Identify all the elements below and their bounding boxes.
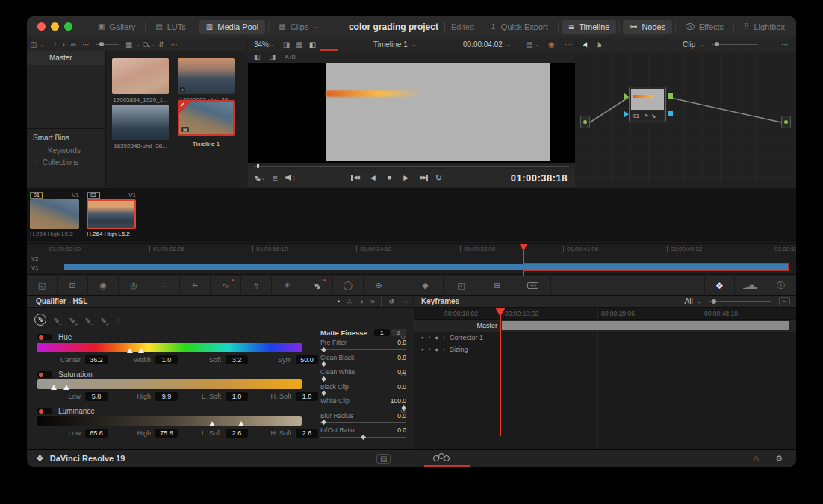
keyframe-lock-icon[interactable]: ▪ xyxy=(429,346,431,352)
luminance-low-value[interactable]: 65.6 xyxy=(85,429,108,438)
mini-timeline[interactable]: 01:00:00:00 01:00:08:06 01:00:16:12 01:0… xyxy=(27,243,796,275)
play-button[interactable]: ▶ xyxy=(399,174,413,181)
keyframes-row-corrector[interactable]: ● ▪ ◆ › Corrector 1 xyxy=(414,332,796,343)
media-clip-thumbnail[interactable] xyxy=(112,58,169,94)
keyframe-lock-icon[interactable]: ▪ xyxy=(429,334,431,340)
magic-mask-palette-button[interactable]: ✳ xyxy=(272,276,302,296)
keyframes-row-master[interactable]: Master xyxy=(414,320,796,332)
hue-high-handle[interactable] xyxy=(138,348,144,353)
proxy-chevron-icon[interactable]: ⌄ xyxy=(535,41,540,48)
search-icon[interactable] xyxy=(143,42,148,47)
matte-tab-2[interactable]: 2 xyxy=(391,329,406,336)
info-button[interactable]: ⓘ xyxy=(765,276,796,296)
softness-add-tool[interactable]: ✎+ xyxy=(100,312,109,326)
rgb-mixer-palette-button[interactable]: ∴ xyxy=(149,276,180,296)
rgb-input-connector[interactable] xyxy=(624,93,629,99)
keyframe-diamond-icon[interactable]: ◆ xyxy=(435,335,438,340)
luminance-high-value[interactable]: 75.8 xyxy=(155,429,178,438)
timeline-selector-chevron-icon[interactable]: ⌄ xyxy=(412,41,417,48)
matte-tab-1[interactable]: 1 xyxy=(374,329,389,336)
corrector-node-01[interactable]: 01 ∿ ✎ xyxy=(629,87,666,122)
clips-button[interactable]: ▦Clips⌄ xyxy=(272,20,325,34)
keyframe-enable-dot-icon[interactable]: ● xyxy=(421,347,424,352)
blur-palette-button[interactable]: ◆ xyxy=(408,276,444,296)
timeline-clip-card[interactable]: 01V1 H.264 High L5.2 xyxy=(30,191,79,239)
expand-chevron-icon[interactable]: › xyxy=(443,334,445,341)
qualifier-palette-button[interactable]: ✎ xyxy=(302,276,333,296)
panel-chevron-icon[interactable]: ⌄ xyxy=(40,41,45,48)
luts-button[interactable]: ▤LUTs xyxy=(149,20,193,34)
softness-subtract-tool[interactable]: ✎− xyxy=(84,312,93,326)
luminance-lsoft-value[interactable]: 2.6 xyxy=(226,429,248,438)
settings-gear-icon[interactable]: ⚙ xyxy=(775,454,783,464)
media-pool-button[interactable]: ▥Media Pool xyxy=(199,20,266,34)
grid-view-chevron-icon[interactable]: ⌄ xyxy=(135,41,140,48)
matte-finesse-picker-tool[interactable]: ◌ xyxy=(116,315,121,324)
keyframes-ruler[interactable]: 00:00:10:02 00:00:10:02 00:00:29:06 00:0… xyxy=(414,308,796,320)
color-wheels-palette-button[interactable]: ◉ xyxy=(88,276,119,296)
ab-compare-label[interactable]: A/B xyxy=(285,54,296,60)
stereo-3d-palette-button[interactable]: 3D xyxy=(515,276,551,296)
pre-filter-slider[interactable]: Pre-Filter0.0 xyxy=(320,337,406,352)
bin-keywords[interactable]: Keywords xyxy=(48,146,81,155)
home-icon[interactable]: ⌂ xyxy=(754,453,759,464)
effects-button[interactable]: fxEffects xyxy=(679,20,730,34)
node-zoom-slider[interactable] xyxy=(712,44,758,45)
media-more-icon[interactable]: ⋯ xyxy=(167,40,181,49)
first-frame-button[interactable]: ◀◀ xyxy=(351,175,363,181)
timecode-chevron-icon[interactable]: ⌄ xyxy=(506,41,512,48)
timeline-playhead-handle[interactable] xyxy=(520,244,527,251)
more-options-icon[interactable]: ⋯ xyxy=(79,40,93,49)
node-more-icon[interactable]: ⋯ xyxy=(778,40,792,49)
camera-raw-palette-button[interactable]: ◱ xyxy=(27,276,58,296)
dropper-chevron-icon[interactable]: ⌄ xyxy=(261,175,266,181)
forward-button[interactable]: › xyxy=(60,40,68,49)
timeline-selector[interactable]: Timeline 1 xyxy=(373,40,408,49)
keyframes-filter[interactable]: All xyxy=(685,297,693,305)
motion-effects-palette-button[interactable]: ≋ xyxy=(180,276,211,296)
wipe-layers-icon[interactable]: ≣ xyxy=(272,174,278,182)
close-window-button[interactable] xyxy=(37,22,46,31)
key-palette-button[interactable]: ◰ xyxy=(444,276,479,296)
scopes-button[interactable]: ▁▃▅▂ xyxy=(735,276,765,296)
audio-mute-icon[interactable] xyxy=(285,175,293,181)
gallery-button[interactable]: ▣Gallery xyxy=(91,20,142,34)
minimize-window-button[interactable] xyxy=(51,22,59,31)
zoom-window-button[interactable] xyxy=(64,22,72,31)
reset-qualifier-icon[interactable]: ↺ xyxy=(385,298,398,305)
invert-matte-icon[interactable]: ◑ xyxy=(355,298,367,305)
loop-button[interactable]: ↻ xyxy=(431,173,447,183)
stop-button[interactable]: ■ xyxy=(383,174,396,181)
hand-tool-icon[interactable]: ☛ xyxy=(595,41,603,48)
sizing-palette-button[interactable]: ⊞ xyxy=(479,276,515,296)
keyframes-collapse-button[interactable]: − xyxy=(779,297,790,305)
keyframes-row-sizing[interactable]: ● ▪ ◆ › Sizing xyxy=(414,343,796,355)
saturation-lsoft-value[interactable]: 1.0 xyxy=(226,392,248,401)
saturation-low-value[interactable]: 5.8 xyxy=(85,392,108,401)
expand-chevron-icon[interactable]: › xyxy=(443,346,445,353)
node-mode-chevron-icon[interactable]: ⌄ xyxy=(699,41,704,48)
hue-range-bar[interactable] xyxy=(37,343,302,352)
smart-bins-header[interactable]: Smart Bins xyxy=(27,128,105,142)
clip-thumbnail[interactable] xyxy=(87,199,136,229)
key-output-connector[interactable] xyxy=(668,111,673,116)
timeline-clip-card-selected[interactable]: 02V1 H.264 High L5.2 xyxy=(87,191,136,239)
luminance-range-bar[interactable] xyxy=(37,416,302,426)
last-frame-button[interactable]: ▶▶ xyxy=(416,175,428,181)
hue-soft-value[interactable]: 3.2 xyxy=(226,355,248,364)
saturation-range-bar[interactable] xyxy=(37,379,302,389)
color-warper-palette-button[interactable]: # xyxy=(241,276,272,296)
luminance-enable-toggle[interactable] xyxy=(37,408,52,414)
back-button[interactable]: ‹ xyxy=(51,40,59,49)
sort-icon[interactable]: ⇵ xyxy=(155,40,167,49)
highlight-button[interactable]: ❖ xyxy=(704,276,735,296)
search-chevron-icon[interactable]: ⌄ xyxy=(150,41,155,48)
output-node[interactable] xyxy=(781,116,791,128)
picker-subtract-tool[interactable]: ✎+ xyxy=(69,312,78,326)
keyframes-playhead-handle[interactable] xyxy=(495,308,506,317)
quick-export-button[interactable]: ↥Quick Export xyxy=(483,20,554,34)
wipe-mode-b-icon[interactable]: ◨ xyxy=(270,53,276,60)
clip-thumbnail[interactable] xyxy=(30,199,79,229)
viewer-zoom-level[interactable]: 34% xyxy=(254,40,269,49)
hue-enable-toggle[interactable] xyxy=(37,334,52,340)
